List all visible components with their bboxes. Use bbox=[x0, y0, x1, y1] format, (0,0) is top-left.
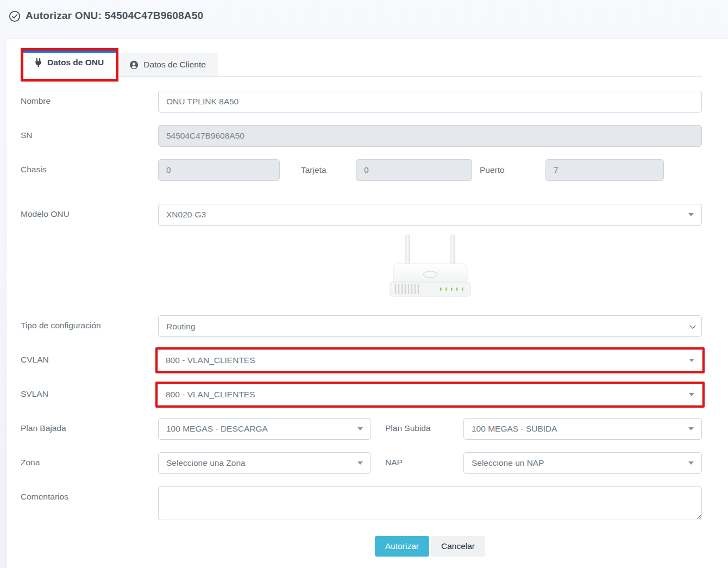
comentarios-textarea[interactable] bbox=[158, 486, 702, 520]
dropdown-arrow-icon bbox=[688, 461, 694, 465]
dropdown-arrow-icon bbox=[689, 393, 694, 396]
dropdown-arrow-icon bbox=[357, 461, 363, 465]
row-svlan: SVLAN 800 - VLAN_CLIENTES bbox=[21, 384, 702, 405]
annotation-box-svlan: 800 - VLAN_CLIENTES bbox=[155, 382, 705, 408]
row-nombre: Nombre bbox=[21, 91, 702, 113]
modelo-onu-label: Modelo ONU bbox=[21, 204, 158, 219]
tab-datos-de-onu[interactable]: Datos de ONU bbox=[23, 51, 116, 74]
tab-bar: Datos de ONU Datos de Cliente bbox=[21, 48, 702, 77]
onu-model-image bbox=[158, 226, 702, 303]
tab-label: Datos de ONU bbox=[47, 58, 104, 67]
cvlan-value: 800 - VLAN_CLIENTES bbox=[166, 355, 255, 365]
row-cvlan: CVLAN 800 - VLAN_CLIENTES bbox=[21, 349, 702, 371]
cancelar-button[interactable]: Cancelar bbox=[431, 536, 485, 557]
modelo-onu-dropdown[interactable]: XN020-G3 bbox=[158, 204, 702, 226]
puerto-input bbox=[545, 159, 664, 181]
onu-form-card: Datos de ONU Datos de Cliente Nombre SN bbox=[7, 39, 728, 568]
annotation-box-cvlan: 800 - VLAN_CLIENTES bbox=[155, 347, 705, 373]
svlan-value: 800 - VLAN_CLIENTES bbox=[166, 390, 255, 400]
plan-bajada-dropdown[interactable]: 100 MEGAS - DESCARGA bbox=[158, 418, 371, 440]
plan-subida-label: Plan Subida bbox=[371, 418, 463, 433]
modelo-onu-value: XN020-G3 bbox=[166, 210, 206, 220]
zona-placeholder: Seleccione una Zona bbox=[166, 458, 246, 468]
row-modelo-onu: Modelo ONU XN020-G3 bbox=[21, 204, 702, 303]
svlan-label: SVLAN bbox=[21, 384, 158, 399]
zona-label: Zona bbox=[21, 452, 158, 467]
autorizar-button[interactable]: Autorizar bbox=[375, 536, 429, 557]
dropdown-arrow-icon bbox=[689, 359, 694, 362]
puerto-label: Puerto bbox=[480, 165, 505, 174]
comentarios-label: Comentarios bbox=[21, 486, 158, 502]
row-chasis-tarjeta-puerto: Chasis Tarjeta Puerto bbox=[21, 159, 702, 181]
plan-bajada-label: Plan Bajada bbox=[21, 418, 158, 433]
plug-icon bbox=[34, 58, 42, 67]
tarjeta-input bbox=[356, 159, 472, 181]
nap-placeholder: Seleccione un NAP bbox=[472, 458, 544, 468]
page-header: Autorizar ONU: 54504C47B9608A50 bbox=[0, 0, 728, 39]
chasis-input bbox=[158, 159, 280, 181]
form-actions: Autorizar Cancelar bbox=[21, 536, 702, 557]
annotation-box-active-tab: Datos de ONU bbox=[21, 48, 118, 82]
nombre-input[interactable] bbox=[158, 91, 702, 113]
cvlan-label: CVLAN bbox=[21, 349, 158, 365]
nap-label: NAP bbox=[371, 452, 463, 467]
sn-label: SN bbox=[21, 125, 158, 140]
cvlan-dropdown[interactable]: 800 - VLAN_CLIENTES bbox=[158, 349, 702, 371]
plan-bajada-value: 100 MEGAS - DESCARGA bbox=[166, 424, 268, 434]
dropdown-arrow-icon bbox=[688, 427, 694, 430]
sn-input bbox=[158, 125, 702, 147]
tab-label: Datos de Cliente bbox=[143, 60, 206, 70]
plan-subida-dropdown[interactable]: 100 MEGAS - SUBIDA bbox=[463, 418, 702, 440]
svlan-dropdown[interactable]: 800 - VLAN_CLIENTES bbox=[158, 384, 702, 405]
row-comentarios: Comentarios bbox=[21, 486, 702, 520]
dropdown-arrow-icon bbox=[357, 427, 363, 430]
user-circle-icon bbox=[129, 60, 139, 70]
check-circle-icon bbox=[9, 10, 21, 24]
tipo-configuracion-label: Tipo de configuración bbox=[21, 315, 158, 330]
zona-dropdown[interactable]: Seleccione una Zona bbox=[158, 452, 371, 474]
chasis-label: Chasis bbox=[21, 159, 158, 174]
row-zona-nap: Zona Seleccione una Zona NAP Seleccione … bbox=[21, 452, 702, 474]
plan-subida-value: 100 MEGAS - SUBIDA bbox=[472, 424, 557, 434]
tab-datos-de-cliente[interactable]: Datos de Cliente bbox=[118, 53, 218, 76]
row-planes: Plan Bajada 100 MEGAS - DESCARGA Plan Su… bbox=[21, 418, 702, 440]
row-sn: SN bbox=[21, 125, 702, 147]
dropdown-arrow-icon bbox=[688, 213, 694, 216]
tarjeta-label: Tarjeta bbox=[301, 165, 327, 174]
nap-dropdown[interactable]: Seleccione un NAP bbox=[463, 452, 702, 474]
row-tipo-configuracion: Tipo de configuración Routing bbox=[21, 315, 702, 337]
nombre-label: Nombre bbox=[21, 91, 158, 106]
page-title: Autorizar ONU: 54504C47B9608A50 bbox=[26, 10, 203, 22]
tipo-configuracion-select[interactable]: Routing bbox=[158, 315, 702, 337]
